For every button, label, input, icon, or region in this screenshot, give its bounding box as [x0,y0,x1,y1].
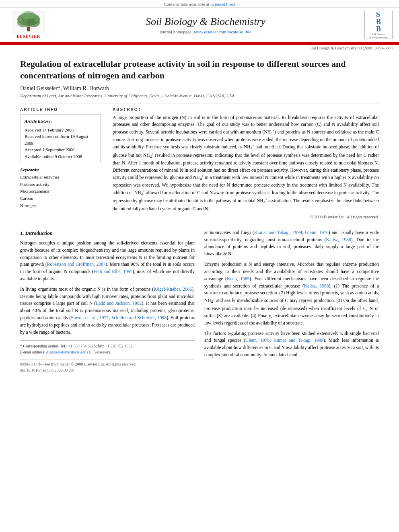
svg-point-7 [35,18,38,22]
ref-kumar-takagi-1999b[interactable]: Kumar and Takagi, 1999 [274,338,323,343]
svg-rect-4 [27,27,30,31]
keyword-5: Nitrogen [20,202,101,210]
abstract-label: ABSTRACT [113,107,379,112]
ref-glenn-1976b[interactable]: Glenn, 1976 [245,338,269,343]
svg-point-6 [19,18,22,22]
keywords-title: Keywords: [20,167,101,172]
intro-para-2: In living organisms most of the organic … [20,286,195,336]
email-label: E-mail address: [20,350,45,354]
article-history-box: Article history: Received 14 February 20… [20,114,101,163]
sbb-logo-text: Soil Biology& Biochemistry [370,33,388,39]
body-divider [20,225,379,225]
ref-schulten[interactable]: Schulten and Schnitzer, 1998 [111,315,167,320]
authors-text: Daniel Geisseler*, William R. Horwath [20,85,109,91]
page-ref-line: Soil Biology & Biochemistry 40 (2008) 30… [0,45,399,51]
page: Contents lists available at ScienceDirec… [0,0,399,532]
ref-foth-ellis[interactable]: Foth and Ellis, 1997 [94,269,133,274]
history-title: Article history: [25,118,96,125]
ref-glenn-1976[interactable]: Glenn, 1976 [305,230,328,235]
keywords-box: Keywords: Extracellular enzymes Protease… [20,167,101,209]
accepted-date: Accepted 1 September 2008 [25,146,96,153]
article-info-row: ARTICLE INFO Article history: Received 1… [20,107,379,219]
bottom-ids: 0038-0717/$ – see front matter © 2008 El… [20,359,195,374]
email-link[interactable]: djgeisseler@ucdavis.edu [46,350,86,354]
intro-col2-para-2: Enzyme production is N and energy intens… [204,261,379,327]
doi-line: doi:10.1016/j.soilbio.2008.09.001 [20,367,195,374]
red-bar [0,42,399,44]
abstract-text: A large proportion of the nitrogen (N) i… [113,114,379,212]
sbb-logo-letters: SBB [376,11,381,33]
header-top-bar: Contents lists available at ScienceDirec… [0,0,399,8]
copyright-line: © 2008 Elsevier Ltd. All rights reserved… [113,215,379,219]
article-affiliation: Department of Land, Air and Water Resour… [20,93,379,98]
article-content: Regulation of extracellular protease act… [0,51,399,382]
article-info-left: ARTICLE INFO Article history: Received 1… [20,107,101,219]
sbb-logo: SBB Soil Biology& Biochemistry [364,11,393,39]
ref-kalisz-1988[interactable]: Kalisz, 1988 [326,237,351,242]
ref-kumar-takagi-1999[interactable]: Kumar and Takagi, 1999 [254,230,302,235]
ref-koch-1985[interactable]: Koch, 1985 [227,276,249,281]
body-col-1: 1. Introduction Nitrogen occupies a uniq… [20,229,195,374]
ref-sowden[interactable]: Sowden et al., 1977 [71,315,109,320]
elsevier-logo-container: ELSEVIER [6,11,51,39]
intro-para-1: Nitrogen occupies a unique position amon… [20,240,195,283]
homepage-link[interactable]: www.elsevier.com/locate/soilbio [194,29,251,34]
keyword-4: Carbon [20,195,101,202]
journal-header: Contents lists available at ScienceDirec… [0,0,399,45]
keyword-2: Protease activity [20,181,101,188]
article-info-label: ARTICLE INFO [20,107,101,112]
ref-robertson-groffman[interactable]: Robertson and Groffman, 2007 [47,262,106,267]
divider-line [20,103,379,103]
journal-title-center: Soil Biology & Biochemistry journal home… [51,16,360,34]
body-columns: 1. Introduction Nitrogen occupies a uniq… [20,229,379,374]
svg-point-5 [21,11,36,19]
email-note: E-mail address: djgeisseler@ucdavis.edu … [20,349,195,355]
sbb-logo-container: SBB Soil Biology& Biochemistry [360,11,393,39]
ref-kogel-knaber[interactable]: Kögel-Knaber, 2006 [154,287,192,292]
keyword-3: Microorganisms [20,188,101,195]
footnote-section: * Corresponding author. Tel.: +1 530 754… [20,340,195,355]
elsevier-tree-icon [12,11,45,33]
received-date: Received 14 February 2008 [25,127,96,134]
article-abstract: ABSTRACT A large proportion of the nitro… [113,107,379,219]
elsevier-logo: ELSEVIER [6,11,51,39]
homepage-label: journal homepage: [160,29,193,34]
keyword-1: Extracellular enzymes [20,174,101,181]
available-date: Available online 9 October 2008 [25,153,96,160]
intro-col2-para-3: The factors regulating protease activity… [204,330,379,359]
intro-heading: 1. Introduction [20,229,195,237]
elsevier-label: ELSEVIER [17,34,41,39]
journal-homepage: journal homepage: www.elsevier.com/locat… [51,29,360,34]
article-title: Regulation of extracellular protease act… [20,58,379,81]
corresponding-note: * Corresponding author. Tel.: +1 530 754… [20,343,195,349]
science-direct-link[interactable]: ScienceDirect [210,2,235,6]
email-name: (D. Geisseler). [87,350,111,354]
body-col-2: actinomycetes and fungi (Kumar and Takag… [204,229,379,374]
ref-kalisz-1988b[interactable]: Kalisz, 1988 [304,283,329,288]
header-main: ELSEVIER Soil Biology & Biochemistry jou… [0,8,399,42]
intro-col2-para-1: actinomycetes and fungi (Kumar and Takag… [204,229,379,258]
ref-ladd-jackson[interactable]: Ladd and Jackson, 1982 [96,301,142,306]
contents-label: Contents lists available at [164,2,209,6]
received-revised-date: Received in revised form 19 August 2008 [25,133,96,146]
article-authors: Daniel Geisseler*, William R. Horwath [20,85,379,92]
journal-title: Soil Biology & Biochemistry [51,16,360,28]
issn-line: 0038-0717/$ – see front matter © 2008 El… [20,361,195,368]
